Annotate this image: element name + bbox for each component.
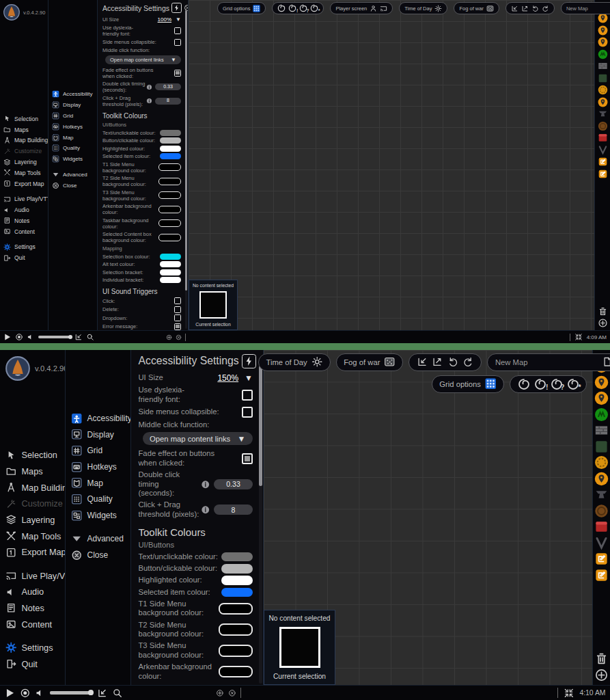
colour-swatch[interactable] xyxy=(219,666,253,678)
sidebar-item-map-building[interactable]: Map Building xyxy=(0,135,48,146)
fullscreen-in-icon[interactable] xyxy=(564,688,574,699)
ping-icon[interactable]: ! xyxy=(288,4,296,12)
settings-menu-item-close[interactable]: Close xyxy=(48,180,97,191)
red-block-icon[interactable] xyxy=(598,133,608,143)
sidebar-item-export-map[interactable]: Export Map xyxy=(0,178,48,189)
plus-circle-icon[interactable] xyxy=(594,668,609,682)
settings-menu-item-map[interactable]: Map xyxy=(48,132,97,143)
grid-options-button[interactable]: Grid options xyxy=(217,2,266,14)
bronze-coin-icon[interactable] xyxy=(598,121,608,131)
plus-circle-icon[interactable] xyxy=(598,318,608,328)
settings-menu-item-accessibility[interactable]: Accessibility xyxy=(48,89,97,100)
export-icon[interactable] xyxy=(432,356,443,368)
sidebar-item-selection[interactable]: Selection xyxy=(0,447,65,463)
map-pin-icon[interactable] xyxy=(594,375,609,390)
sidebar-item-customize[interactable]: Customize xyxy=(0,146,48,157)
settings-menu-item-grid[interactable]: Grid xyxy=(48,111,97,122)
ping-icon[interactable]: ! xyxy=(534,378,546,390)
trash-icon[interactable] xyxy=(598,306,608,317)
redo-icon[interactable] xyxy=(462,356,474,368)
colour-swatch[interactable] xyxy=(160,137,181,144)
colour-swatch[interactable] xyxy=(158,206,181,213)
sidebar-item-maps[interactable]: Maps xyxy=(0,124,48,135)
colour-swatch[interactable] xyxy=(221,564,253,574)
stone-block-icon[interactable] xyxy=(594,423,609,438)
checkbox[interactable] xyxy=(174,306,181,313)
settings-menu-item-map[interactable]: Map xyxy=(66,475,130,492)
import-icon[interactable] xyxy=(97,688,108,699)
middle-click-dropdown[interactable]: Open map content links▼ xyxy=(105,55,181,64)
sidebar-item-map-tools[interactable]: Map Tools xyxy=(0,528,65,544)
sidebar-item-audio[interactable]: Audio xyxy=(0,204,48,215)
settings-menu-item-widgets[interactable]: Widgets xyxy=(48,154,97,165)
sidebar-item-settings[interactable]: Settings xyxy=(0,242,48,253)
audio-icon[interactable] xyxy=(35,688,46,699)
volume-slider[interactable] xyxy=(50,691,92,695)
ping-icon[interactable]: * xyxy=(567,378,579,390)
import-icon[interactable] xyxy=(74,333,83,341)
map-pin-icon[interactable] xyxy=(594,472,609,486)
map-canvas[interactable]: Grid options!?*Player screenTime of DayF… xyxy=(189,0,594,330)
stop-icon[interactable] xyxy=(15,333,23,341)
audio-icon[interactable] xyxy=(27,333,35,341)
quick-actions-button[interactable] xyxy=(242,354,256,368)
checkbox[interactable] xyxy=(174,27,181,34)
play-icon[interactable] xyxy=(5,688,16,699)
edit-badge-icon[interactable] xyxy=(598,157,608,167)
colour-swatch[interactable] xyxy=(160,277,181,283)
ui-size-dropdown[interactable]: 100%▼ xyxy=(158,16,181,23)
colour-swatch[interactable] xyxy=(221,552,253,562)
edit-badge-icon[interactable] xyxy=(594,568,609,582)
sidebar-item-customize[interactable]: Customize xyxy=(0,496,65,512)
redo-icon[interactable] xyxy=(542,5,549,12)
time-of-day-button[interactable]: Time of Day xyxy=(399,2,447,14)
green-orb-icon[interactable] xyxy=(598,49,608,59)
colour-swatch[interactable] xyxy=(160,130,181,136)
green-orb-icon[interactable] xyxy=(594,407,609,422)
colour-swatch[interactable] xyxy=(158,163,181,171)
panel-scrollbar[interactable] xyxy=(185,10,188,329)
checkbox[interactable] xyxy=(174,323,181,330)
settings-menu-item-advanced[interactable]: Advanced xyxy=(48,169,97,180)
settings-menu-item-hotkeys[interactable]: Hotkeys xyxy=(66,459,130,475)
map-canvas[interactable]: Time of DayFog of warNew MapGrid options… xyxy=(264,350,592,685)
settings-menu-item-advanced[interactable]: Advanced xyxy=(66,530,130,547)
sidebar-item-layering[interactable]: Layering xyxy=(0,157,48,167)
fullscreen-in-icon[interactable] xyxy=(574,333,583,341)
settings-menu-item-display[interactable]: Display xyxy=(48,100,97,111)
panel-scrollbar[interactable] xyxy=(259,366,262,684)
claw-icon[interactable] xyxy=(598,145,608,155)
map-name-input[interactable]: New Map xyxy=(561,2,610,14)
colour-swatch[interactable] xyxy=(158,178,181,185)
sidebar-item-selection[interactable]: Selection xyxy=(0,113,48,124)
numeric-input[interactable]: 8 xyxy=(155,98,181,105)
settings-menu-item-grid[interactable]: Grid xyxy=(66,442,130,459)
panel-scrollbar-thumb[interactable] xyxy=(259,366,262,487)
search-icon[interactable] xyxy=(112,688,123,699)
import-icon[interactable] xyxy=(417,356,428,368)
sidebar-item-content[interactable]: Content xyxy=(0,226,48,237)
map-pin-icon[interactable] xyxy=(594,391,609,405)
settings-menu-item-close[interactable]: Close xyxy=(66,547,130,563)
middle-click-dropdown[interactable]: Open map content links▼ xyxy=(143,432,253,446)
ping-icon[interactable]: ? xyxy=(551,378,563,390)
colour-swatch[interactable] xyxy=(219,645,253,657)
checkbox[interactable] xyxy=(174,39,181,46)
sidebar-item-notes[interactable]: Notes xyxy=(0,600,65,617)
sidebar-item-map-building[interactable]: Map Building xyxy=(0,479,65,496)
time-of-day-button[interactable]: Time of Day xyxy=(258,353,331,371)
panel-scrollbar-thumb[interactable] xyxy=(185,10,188,291)
player-screen-button[interactable]: Player screen xyxy=(330,2,393,14)
anvil-icon[interactable] xyxy=(594,487,609,502)
claw-icon[interactable] xyxy=(594,536,609,550)
sidebar-item-map-tools[interactable]: Map Tools xyxy=(0,167,48,178)
colour-swatch[interactable] xyxy=(221,588,253,597)
colour-swatch[interactable] xyxy=(160,261,181,267)
trash-icon[interactable] xyxy=(594,651,609,666)
doc-new-icon[interactable] xyxy=(602,356,610,368)
edit-badge-icon[interactable] xyxy=(594,552,609,566)
checkbox[interactable] xyxy=(242,390,253,401)
colour-swatch[interactable] xyxy=(221,576,253,585)
map-pin-icon[interactable] xyxy=(598,25,608,36)
undo-icon[interactable] xyxy=(447,356,459,368)
